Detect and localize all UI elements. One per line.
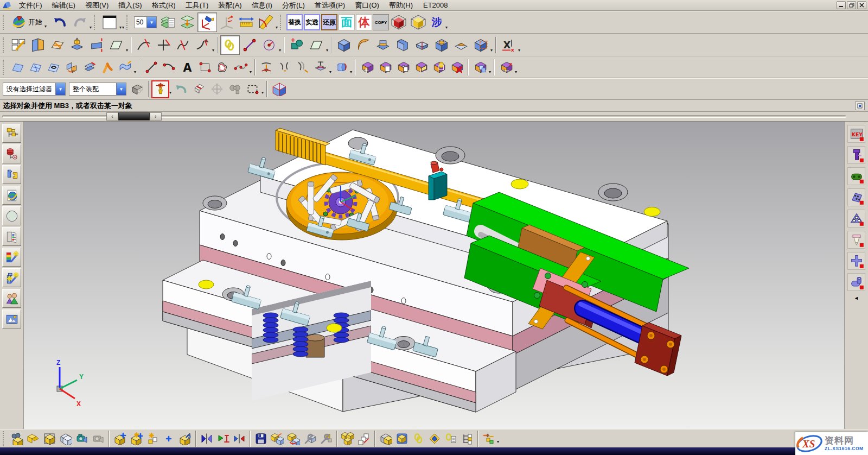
chevron-down-icon[interactable]: ▾ [212, 48, 214, 53]
align-arrows-button[interactable] [231, 431, 247, 447]
interference-button[interactable]: 涉 [429, 14, 445, 30]
promote-body-button[interactable] [356, 431, 372, 447]
selection-filter-dropdown[interactable]: 没有选择过滤器 ▼ [3, 83, 66, 96]
surface-grid-button[interactable] [48, 35, 67, 55]
menu-item-8[interactable]: 分析(L) [277, 1, 310, 10]
layer-settings-button[interactable] [158, 12, 178, 32]
red-cube-button[interactable] [389, 12, 409, 32]
chevron-down-icon[interactable]: ▾ [326, 48, 328, 53]
tube-tool-button[interactable] [332, 59, 350, 77]
undo-button[interactable] [50, 12, 70, 32]
menu-item-10[interactable]: 窗口(O) [350, 1, 384, 10]
text-tool-button[interactable]: A [178, 59, 196, 77]
bounded-surface-button[interactable] [44, 59, 62, 77]
roles-palette-button[interactable] [2, 289, 21, 308]
chevron-down-icon[interactable]: ▾ [90, 25, 92, 30]
restore-display-button[interactable]: 还原 [321, 14, 337, 30]
edit-dimension-button[interactable]: x [497, 59, 515, 77]
chevron-down-icon[interactable]: ▾ [497, 439, 499, 444]
view-style-button[interactable] [100, 12, 119, 32]
open-component-button[interactable] [25, 431, 41, 447]
key-part-button[interactable]: KEY [847, 125, 865, 143]
graphics-viewport[interactable]: Z Y X [24, 122, 844, 429]
chevron-down-icon[interactable]: ▾ [329, 69, 331, 74]
visualization-palette-button[interactable] [2, 248, 21, 267]
sketch-button[interactable] [9, 35, 28, 55]
pipe-surface-button[interactable] [98, 59, 116, 77]
copy-face-button[interactable] [376, 59, 394, 77]
screw-part-button[interactable] [847, 146, 865, 164]
menu-item-4[interactable]: 格式(R) [147, 1, 181, 10]
wave-link-button[interactable] [378, 431, 394, 447]
pattern-component-button[interactable] [340, 431, 356, 447]
viewport-canvas[interactable]: Z Y X [24, 122, 844, 429]
link-part-button[interactable] [847, 167, 865, 185]
chevron-down-icon[interactable]: ▾ [169, 90, 171, 95]
resize-blend-button[interactable] [430, 59, 448, 77]
chevron-down-icon[interactable]: ▾ [490, 48, 493, 53]
delete-face-button[interactable] [448, 59, 465, 77]
toolbar-grip[interactable] [280, 15, 284, 30]
work-layer-spinner[interactable]: 50 ▼ [134, 16, 157, 28]
scroll-right-button[interactable]: › [150, 112, 162, 121]
toolbar-grip[interactable] [126, 15, 130, 30]
toolbar-grip[interactable] [3, 60, 7, 75]
wcs-display-button[interactable] [197, 12, 217, 32]
boss-feature-button[interactable] [373, 35, 393, 55]
line-points-button[interactable] [142, 59, 160, 77]
menu-item-9[interactable]: 首选项(P) [310, 1, 350, 10]
transparent-button[interactable]: 实透 [304, 14, 320, 30]
align-mate-button[interactable] [215, 431, 231, 447]
nozzle-part-button[interactable] [847, 231, 865, 249]
structure-tree-button[interactable] [459, 431, 475, 447]
measure-angle-button[interactable] [256, 12, 276, 32]
chevron-down-icon[interactable]: ▾ [119, 25, 122, 30]
profile-tool-button[interactable] [214, 59, 232, 77]
divide-curve-button[interactable] [154, 35, 173, 55]
arc-points-button[interactable] [160, 59, 178, 77]
layer-visible-button[interactable] [178, 12, 197, 32]
combine-curve-button[interactable] [276, 59, 293, 77]
wrench-assembly-button[interactable] [302, 431, 318, 447]
chevron-down-icon[interactable]: ▾ [518, 48, 520, 53]
toolbar-grip[interactable] [3, 37, 7, 53]
ruled-surface-button[interactable] [9, 59, 27, 77]
menu-item-0[interactable]: 文件(F) [14, 1, 47, 10]
wcs-dynamics-button[interactable] [217, 12, 237, 32]
join-curve-button[interactable] [173, 35, 193, 55]
visual-effects-button[interactable] [2, 268, 21, 287]
chevron-down-icon[interactable]: ▾ [445, 25, 448, 30]
new-component-button[interactable] [128, 431, 144, 447]
ghost-component-button[interactable] [58, 431, 74, 447]
trimmed-sheet-button[interactable] [28, 35, 48, 55]
mirror-assembly-button[interactable] [199, 431, 215, 447]
camera-view-button[interactable] [74, 431, 90, 447]
menu-item-2[interactable]: 视图(V) [80, 1, 113, 10]
history-palette-button[interactable] [2, 206, 21, 225]
selection-scope-dropdown[interactable]: 整个装配 ▼ [69, 83, 126, 96]
part-navigator-button[interactable] [2, 165, 21, 184]
menu-item-11[interactable]: 帮助(H) [384, 1, 418, 10]
find-component-button[interactable] [9, 431, 25, 447]
add-plus-button[interactable] [161, 431, 177, 447]
studio-spline-button[interactable] [232, 59, 250, 77]
yellow-cube-button[interactable] [409, 12, 428, 32]
redo-button[interactable] [70, 12, 90, 32]
replace-button[interactable]: 替换 [286, 14, 303, 30]
chevron-down-icon[interactable]: ▼ [55, 83, 65, 95]
start-button[interactable]: 开始▾ [9, 12, 50, 32]
bracket-part-button[interactable] [847, 188, 865, 206]
toolbar-grip[interactable] [94, 15, 98, 30]
chevron-down-icon[interactable]: ▾ [276, 25, 278, 30]
section-x-button[interactable]: Xx [499, 35, 518, 55]
replace-component-button[interactable] [285, 431, 302, 447]
scroll-thumb[interactable] [118, 112, 150, 121]
system-materials-button[interactable] [2, 227, 21, 246]
relations-list-button[interactable] [443, 431, 459, 447]
offset-region-button[interactable] [412, 59, 430, 77]
sequence-tool-button[interactable] [481, 431, 497, 447]
wrench-pattern-button[interactable] [318, 431, 334, 447]
palette-collapse-button[interactable]: ◄ [854, 295, 859, 301]
bracket-feature-button[interactable] [393, 35, 412, 55]
window-reference-button[interactable] [394, 431, 410, 447]
